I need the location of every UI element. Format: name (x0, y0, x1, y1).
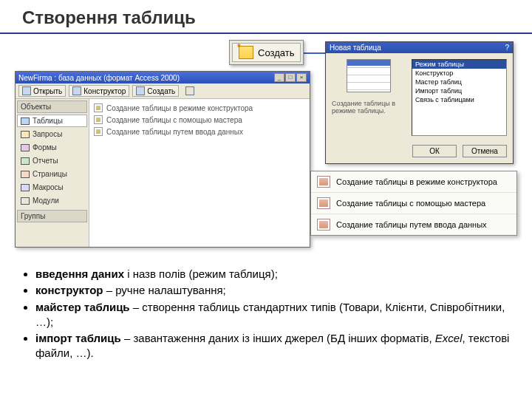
callout-option-label: Создание таблицы путем ввода данных (336, 220, 487, 229)
new-table-icon (239, 46, 253, 59)
tables-icon (21, 117, 30, 125)
bullet-item: введення даних і назв полів (режим табли… (35, 267, 510, 282)
sidebar-item-modules[interactable]: Модули (17, 194, 87, 207)
sidebar-item-label: Отчеты (33, 157, 58, 165)
queries-icon (21, 131, 30, 138)
shortcut-icon (317, 176, 330, 188)
shortcut-icon (94, 103, 103, 112)
toolbar-sep (182, 85, 198, 97)
callout-option-label: Создание таблицы с помощью мастера (336, 199, 485, 208)
callout-option-label: Создание таблицы в режиме конструктора (336, 177, 497, 186)
db-title: NewFirma : база данных (формат Access 20… (18, 74, 180, 82)
new-label: Создать (147, 87, 175, 95)
new-table-dialog: Новая таблица ? Создание таблицы в режим… (325, 41, 514, 164)
sidebar-item-label: Модули (33, 197, 59, 205)
database-window: NewFirma : база данных (формат Access 20… (15, 71, 310, 248)
sidebar-header: Объекты (17, 100, 87, 113)
shortcut-icon (317, 219, 330, 231)
bullet-item: конструктор – ручне налаштування; (35, 283, 510, 298)
callout-option[interactable]: Создание таблицы с помощью мастера (311, 193, 516, 214)
dialog-description: Создание таблицы в режиме таблицы. (332, 100, 406, 115)
create-button-callout: Создать (229, 40, 304, 65)
shortcut-icon (94, 127, 103, 136)
mode-option[interactable]: Связь с таблицами (412, 95, 506, 104)
sidebar-footer: Группы (17, 210, 87, 222)
callout-option[interactable]: Создание таблицы путем ввода данных (311, 214, 516, 235)
create-option[interactable]: Создание таблицы путем ввода данных (92, 126, 307, 137)
callout-create-options: Создание таблицы в режиме конструктора С… (310, 171, 517, 236)
new-icon (136, 86, 145, 95)
macros-icon (21, 184, 30, 191)
dialog-title: Новая таблица (330, 44, 381, 52)
content-area: Создать NewFirma : база данных (формат A… (0, 34, 532, 263)
close-icon[interactable]: × (296, 73, 307, 82)
sidebar-item-queries[interactable]: Запросы (17, 128, 87, 140)
maximize-icon[interactable]: □ (285, 73, 296, 82)
create-option-label: Создание таблицы в режиме конструктора (106, 104, 253, 112)
open-button[interactable]: Открыть (18, 85, 66, 97)
modules-icon (21, 197, 30, 205)
db-titlebar: NewFirma : база данных (формат Access 20… (16, 72, 310, 83)
view-icon (185, 86, 194, 95)
design-label: Конструктор (83, 87, 126, 95)
window-controls: _ □ × (274, 73, 307, 82)
design-button[interactable]: Конструктор (69, 85, 129, 97)
mode-option[interactable]: Конструктор (412, 69, 506, 78)
open-label: Открыть (33, 87, 62, 95)
sidebar-item-label: Запросы (33, 130, 62, 138)
create-button[interactable]: Создать (232, 43, 301, 62)
open-icon (22, 86, 31, 95)
cancel-button[interactable]: Отмена (463, 145, 507, 157)
new-button[interactable]: Создать (132, 85, 179, 97)
create-option[interactable]: Создание таблицы в режиме конструктора (92, 102, 307, 114)
create-option-label: Создание таблицы путем ввода данных (106, 128, 243, 136)
db-sidebar: Объекты Таблицы Запросы Формы Отчеты Стр… (16, 99, 89, 247)
sidebar-item-reports[interactable]: Отчеты (17, 154, 87, 167)
page-title: Створення таблиць (0, 0, 532, 34)
dialog-titlebar: Новая таблица ? (326, 42, 513, 53)
sidebar-item-label: Таблицы (33, 117, 63, 125)
shortcut-icon (317, 197, 330, 209)
create-option-label: Создание таблицы с помощью мастера (106, 116, 242, 124)
mode-listbox[interactable]: Режим таблицы Конструктор Мастер таблиц … (412, 59, 507, 136)
bullet-item: майстер таблиць – створення таблиць стан… (35, 300, 510, 330)
mode-option[interactable]: Режим таблицы (412, 60, 506, 69)
shortcut-icon (94, 115, 103, 124)
mode-option[interactable]: Импорт таблиц (412, 86, 506, 95)
sidebar-item-pages[interactable]: Страницы (17, 168, 87, 180)
db-toolbar: Открыть Конструктор Создать (16, 83, 310, 99)
mode-option[interactable]: Мастер таблиц (412, 78, 506, 86)
sidebar-item-label: Формы (33, 143, 57, 151)
bullet-item: імпорт таблиць – завантаження даних із і… (35, 331, 510, 361)
sidebar-item-tables[interactable]: Таблицы (17, 115, 87, 127)
reports-icon (21, 157, 30, 165)
sidebar-item-label: Макросы (33, 183, 64, 191)
table-preview-icon (347, 59, 391, 92)
callout-option[interactable]: Создание таблицы в режиме конструктора (311, 171, 516, 193)
create-option[interactable]: Создание таблицы с помощью мастера (92, 114, 307, 126)
create-button-label: Создать (258, 47, 294, 58)
design-icon (72, 86, 81, 95)
sidebar-item-forms[interactable]: Формы (17, 141, 87, 154)
bullet-list: введення даних і назв полів (режим табли… (0, 263, 532, 366)
help-icon[interactable]: ? (505, 44, 509, 52)
ok-button[interactable]: ОК (412, 145, 457, 157)
forms-icon (21, 144, 30, 151)
sidebar-item-label: Страницы (33, 170, 67, 178)
sidebar-item-macros[interactable]: Макросы (17, 181, 87, 194)
db-main-list: Создание таблицы в режиме конструктора С… (89, 99, 310, 247)
pages-icon (21, 171, 30, 178)
minimize-icon[interactable]: _ (274, 73, 284, 82)
